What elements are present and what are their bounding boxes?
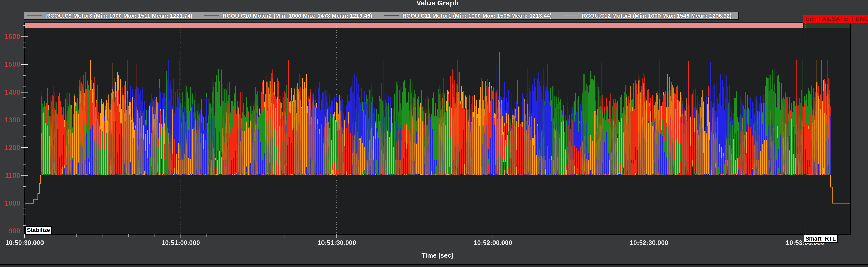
x-tick-label: 10:52:30.000 [610, 239, 688, 246]
mode-annotation-smart_rtl: Smart_RTL [804, 235, 837, 243]
y-tick-label-1300: 1300 [0, 117, 20, 124]
x-tick-label: 10:50:30.000 [0, 239, 63, 246]
x-axis-title: Time (sec) [25, 252, 850, 259]
legend-item-rcou-c11: RCOU.C11 Motor1 (Min: 1000 Max: 1509 Mea… [383, 12, 552, 19]
y-tick-label-900: 900 [0, 228, 20, 235]
plot-canvas[interactable] [0, 0, 868, 267]
legend-item-rcou-c9: RCOU.C9 Motor3 (Min: 1000 Max: 1511 Mean… [27, 12, 192, 19]
x-tick-label: 10:52:00.000 [454, 239, 532, 246]
failsafe-error-flag: Err: FAILSAFE_FENCE [803, 14, 868, 23]
legend: RCOU.C9 Motor3 (Min: 1000 Max: 1511 Mean… [24, 12, 739, 20]
y-tick-label-1600: 1600 [0, 33, 20, 40]
x-tick-label: 10:51:30.000 [298, 239, 376, 246]
legend-label: RCOU.C12 Motor4 (Min: 1000 Max: 1546 Mea… [582, 12, 732, 19]
legend-swatch-icon [27, 15, 42, 16]
value-graph-window: Value Graph RCOU.C9 Motor3 (Min: 1000 Ma… [0, 0, 868, 267]
legend-label: RCOU.C9 Motor3 (Min: 1000 Max: 1511 Mean… [46, 12, 192, 19]
mode-annotation-stabilize: Stabilize [25, 226, 52, 234]
legend-item-rcou-c12: RCOU.C12 Motor4 (Min: 1000 Max: 1546 Mea… [563, 12, 732, 19]
legend-swatch-icon [383, 15, 399, 16]
x-tick-label: 10:51:00.000 [142, 239, 220, 246]
legend-label: RCOU.C11 Motor1 (Min: 1000 Max: 1509 Mea… [402, 12, 552, 19]
legend-item-rcou-c10: RCOU.C10 Motor2 (Min: 1000 Max: 1478 Mea… [204, 12, 372, 19]
legend-label: RCOU.C10 Motor2 (Min: 1000 Max: 1478 Mea… [222, 12, 372, 19]
y-tick-label-1200: 1200 [0, 144, 20, 151]
legend-swatch-icon [204, 15, 219, 16]
y-tick-label-1500: 1500 [0, 61, 20, 68]
y-tick-label-1000: 1000 [0, 200, 20, 207]
legend-swatch-icon [563, 15, 578, 16]
y-tick-label-1400: 1400 [0, 89, 20, 96]
y-tick-label-1100: 1100 [0, 172, 20, 179]
chart-title: Value Graph [25, 0, 850, 7]
